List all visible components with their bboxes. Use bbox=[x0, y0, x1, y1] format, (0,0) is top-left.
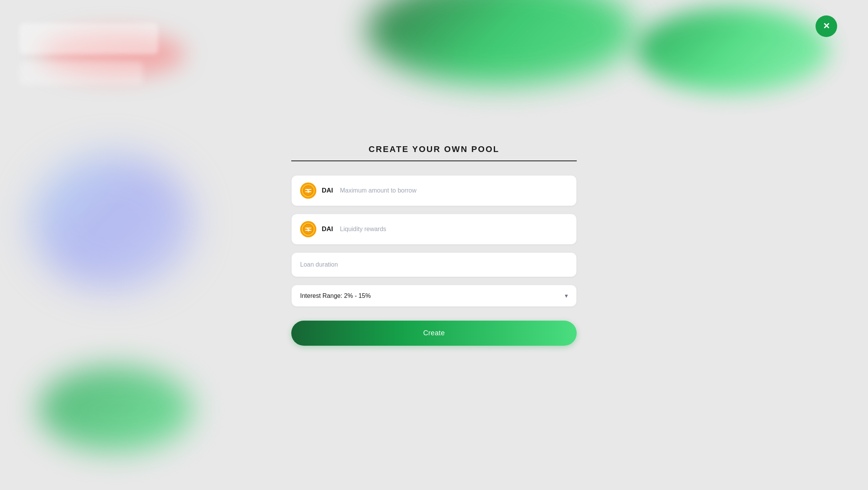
dai-icon-borrow: $ bbox=[300, 182, 316, 199]
liquidity-rewards-input[interactable] bbox=[340, 226, 568, 233]
liquidity-rewards-field: $ DAI bbox=[291, 214, 577, 245]
interest-range-value: Interest Range: 2% - 15% bbox=[300, 292, 371, 299]
dai-icon-liquidity: $ bbox=[300, 221, 316, 237]
svg-text:$: $ bbox=[307, 188, 310, 194]
dai-label-borrow: DAI bbox=[322, 187, 333, 194]
bg-decor-green-right bbox=[637, 8, 829, 93]
max-borrow-input[interactable] bbox=[340, 187, 568, 194]
create-pool-modal: CREATE YOUR OWN POOL $ DAI $ bbox=[291, 144, 577, 346]
form-fields: $ DAI $ DAI Interest Range: 2% - bbox=[291, 175, 577, 307]
interest-range-select[interactable]: Interest Range: 2% - 15% ▾ bbox=[291, 285, 577, 307]
bg-card-blur-2 bbox=[19, 62, 143, 85]
bg-card-blur-1 bbox=[19, 23, 158, 54]
loan-duration-input[interactable] bbox=[291, 252, 577, 277]
create-button[interactable]: Create bbox=[291, 321, 577, 346]
modal-title: CREATE YOUR OWN POOL bbox=[291, 144, 577, 161]
bg-decor-blue bbox=[31, 154, 193, 289]
svg-text:$: $ bbox=[307, 226, 310, 232]
max-borrow-field: $ DAI bbox=[291, 175, 577, 206]
chevron-down-icon: ▾ bbox=[565, 292, 568, 299]
close-button[interactable]: ✕ bbox=[816, 15, 837, 37]
bg-decor-green-bottom bbox=[39, 367, 193, 451]
dai-label-liquidity: DAI bbox=[322, 225, 333, 233]
bg-decor-green-top bbox=[366, 0, 637, 85]
